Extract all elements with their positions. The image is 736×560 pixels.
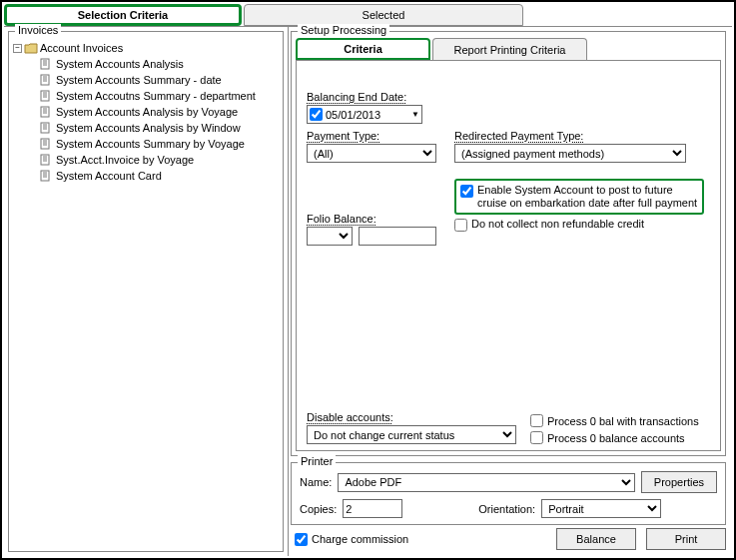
- copies-label: Copies:: [300, 503, 337, 515]
- disable-accounts-select[interactable]: Do not change current status: [307, 425, 516, 444]
- tree-item[interactable]: Syst.Acct.Invoice by Voyage: [39, 152, 279, 168]
- chevron-down-icon[interactable]: ▼: [411, 110, 419, 119]
- tree-root-label: Account Invoices: [40, 40, 123, 56]
- tree-item-label: System Accoutns Summary - department: [56, 88, 256, 104]
- printer-group: Printer Name: Adobe PDF Properties Copie…: [291, 462, 726, 525]
- tab-label: Report Printing Criteria: [454, 44, 566, 56]
- report-icon: [39, 154, 53, 166]
- tree-item-label: System Accounts Analysis by Window: [56, 120, 241, 136]
- no-refund-checkbox[interactable]: [454, 219, 467, 232]
- tree-item[interactable]: System Accounts Analysis by Window: [39, 120, 279, 136]
- orientation-select[interactable]: Portrait: [541, 499, 661, 518]
- redirected-payment-field: Redirected Payment Type: (Assigned payme…: [454, 130, 686, 163]
- tree-item-label: Syst.Acct.Invoice by Voyage: [56, 152, 194, 168]
- tree-item[interactable]: System Accounts Analysis by Voyage: [39, 104, 279, 120]
- charge-commission-label: Charge commission: [312, 533, 408, 545]
- printer-name-select[interactable]: Adobe PDF: [338, 473, 634, 492]
- process-0-bal-trans-checkbox[interactable]: [530, 414, 543, 427]
- no-refund-label: Do not collect non refundable credit: [471, 218, 644, 230]
- folder-icon: [24, 42, 38, 54]
- properties-button-label: Properties: [654, 476, 704, 488]
- setup-group: Setup Processing Criteria Report Printin…: [291, 31, 726, 456]
- process-0-balance-label: Process 0 balance accounts: [547, 432, 685, 444]
- balance-button[interactable]: Balance: [556, 528, 636, 550]
- setup-group-label: Setup Processing: [298, 24, 389, 36]
- report-icon: [39, 90, 53, 102]
- redirected-payment-label: Redirected Payment Type:: [454, 130, 686, 142]
- folio-balance-select[interactable]: [307, 227, 353, 246]
- balancing-end-date-field: Balancing End Date: 05/01/2013 ▼: [307, 91, 436, 124]
- printer-group-label: Printer: [298, 455, 336, 467]
- balancing-end-date-input[interactable]: 05/01/2013 ▼: [307, 105, 422, 124]
- tab-criteria[interactable]: Criteria: [296, 38, 430, 60]
- tree-root[interactable]: − Account Invoices: [13, 40, 279, 56]
- enable-future-cruise-checkbox[interactable]: [460, 185, 473, 198]
- report-icon: [39, 58, 53, 70]
- tab-label: Criteria: [344, 43, 382, 55]
- tab-report-printing[interactable]: Report Printing Criteria: [432, 38, 587, 60]
- report-icon: [39, 138, 53, 150]
- invoices-group-label: Invoices: [15, 24, 61, 36]
- balancing-end-date-check[interactable]: [310, 108, 323, 121]
- process-0-bal-trans-label: Process 0 bal with transactions: [547, 415, 699, 427]
- tab-selection-criteria[interactable]: Selection Criteria: [4, 4, 242, 26]
- balance-button-label: Balance: [576, 533, 616, 545]
- balancing-end-date-value: 05/01/2013: [326, 109, 380, 121]
- report-icon: [39, 74, 53, 86]
- tree-item-label: System Accounts Summary - date: [56, 72, 222, 88]
- tree-item[interactable]: System Accoutns Summary - department: [39, 88, 279, 104]
- report-icon: [39, 170, 53, 182]
- disable-accounts-label: Disable accounts:: [307, 411, 516, 423]
- tree-children: System Accounts Analysis System Accounts…: [13, 56, 279, 184]
- payment-type-label: Payment Type:: [307, 130, 436, 142]
- tree-item[interactable]: System Accounts Summary by Voyage: [39, 136, 279, 152]
- footer: Charge commission Balance Print: [289, 525, 732, 556]
- tree-item-label: System Accounts Analysis: [56, 56, 184, 72]
- disable-accounts-field: Disable accounts: Do not change current …: [307, 411, 516, 444]
- payment-type-select[interactable]: (All): [307, 144, 436, 163]
- folio-balance-label: Folio Balance:: [307, 213, 436, 225]
- report-icon: [39, 122, 53, 134]
- orientation-label: Orientation:: [478, 503, 535, 515]
- tree-item-label: System Accounts Analysis by Voyage: [56, 104, 238, 120]
- tree-item-label: System Account Card: [56, 168, 162, 184]
- enable-future-cruise-row: Enable System Account to post to future …: [454, 179, 704, 215]
- tree-item-label: System Accounts Summary by Voyage: [56, 136, 245, 152]
- print-button-label: Print: [675, 533, 698, 545]
- payment-type-field: Payment Type: (All): [307, 130, 436, 163]
- tree-item[interactable]: System Accounts Summary - date: [39, 72, 279, 88]
- process-0-balance-checkbox[interactable]: [530, 431, 543, 444]
- setup-tabs: Criteria Report Printing Criteria: [296, 38, 721, 60]
- invoices-tree[interactable]: − Account Invoices System Accounts Analy…: [13, 38, 279, 547]
- tab-selected[interactable]: Selected: [244, 4, 523, 26]
- charge-commission-checkbox[interactable]: [295, 533, 308, 546]
- tab-label: Selection Criteria: [78, 9, 168, 21]
- top-tabs: Selection Criteria Selected: [4, 4, 732, 26]
- report-icon: [39, 106, 53, 118]
- redirected-payment-select[interactable]: (Assigned payment methods): [454, 144, 686, 163]
- tab-label: Selected: [363, 9, 405, 21]
- enable-future-cruise-label: Enable System Account to post to future …: [477, 184, 698, 210]
- invoices-group: Invoices − Account Invoices System Accou…: [8, 31, 284, 552]
- copies-input[interactable]: [343, 499, 402, 518]
- balancing-end-date-label: Balancing End Date:: [307, 91, 436, 103]
- print-button[interactable]: Print: [646, 528, 726, 550]
- tree-item[interactable]: System Account Card: [39, 168, 279, 184]
- tree-item[interactable]: System Accounts Analysis: [39, 56, 279, 72]
- printer-name-label: Name:: [300, 476, 332, 488]
- tree-collapse-icon[interactable]: −: [13, 44, 22, 53]
- criteria-panel: Balancing End Date: 05/01/2013 ▼ Payment…: [296, 60, 721, 451]
- folio-balance-input[interactable]: [359, 227, 436, 246]
- properties-button[interactable]: Properties: [641, 471, 717, 493]
- folio-balance-field: Folio Balance:: [307, 179, 436, 246]
